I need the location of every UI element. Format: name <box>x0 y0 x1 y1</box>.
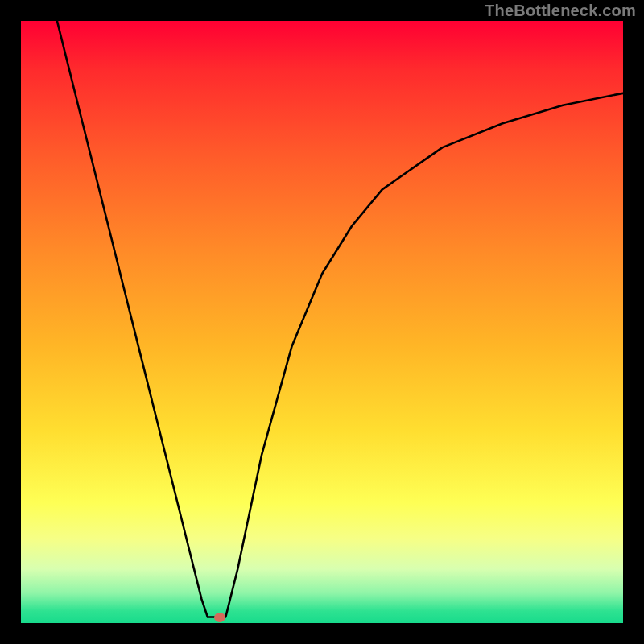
bottleneck-curve <box>21 21 623 623</box>
minimum-marker <box>214 613 225 622</box>
chart-frame: TheBottleneck.com <box>0 0 644 644</box>
watermark-label: TheBottleneck.com <box>485 2 636 20</box>
plot-area <box>21 21 623 623</box>
